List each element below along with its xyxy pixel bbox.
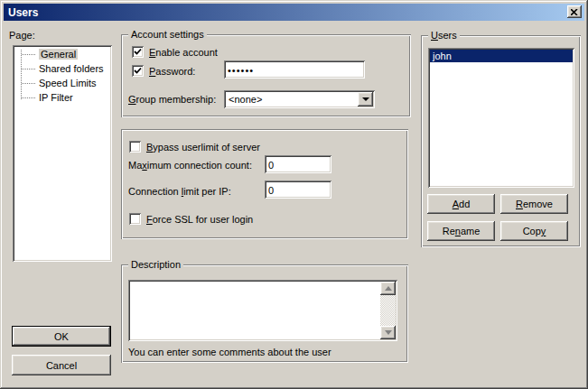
user-name: john	[433, 51, 452, 61]
copy-button[interactable]: Copy	[500, 221, 568, 241]
tree-item-shared-folders[interactable]: Shared folders	[14, 61, 110, 76]
connection-per-ip-label: Connection limit per IP:	[128, 186, 231, 197]
password-label: Password:	[149, 66, 195, 77]
page-label: Page:	[9, 30, 35, 41]
max-connection-label: Maximum connection count:	[128, 160, 252, 171]
tree-item-label: Shared folders	[39, 63, 104, 74]
close-icon	[571, 9, 578, 15]
bypass-userlimit-checkbox[interactable]	[129, 141, 141, 153]
add-button[interactable]: Add	[427, 194, 495, 214]
description-hint: You can enter some comments about the us…	[128, 347, 331, 357]
description-title: Description	[128, 259, 183, 270]
add-button-label: Add	[453, 199, 471, 209]
group-membership-label: Group membership:	[128, 94, 216, 105]
password-checkbox[interactable]	[132, 65, 144, 77]
copy-button-label: Copy	[523, 226, 546, 236]
remove-button[interactable]: Remove	[500, 194, 568, 214]
users-group-title: Users	[428, 30, 460, 41]
chevron-down-icon	[362, 97, 369, 101]
enable-account-checkbox[interactable]	[132, 46, 144, 58]
password-input[interactable]	[224, 60, 365, 79]
tree-item-label: Speed Limits	[39, 78, 97, 88]
connection-per-ip-input[interactable]	[265, 181, 331, 199]
group-membership-value: <none>	[229, 94, 262, 105]
tree-item-label: IP Filter	[39, 92, 73, 103]
cancel-button-label: Cancel	[46, 360, 77, 371]
group-membership-select[interactable]: <none>	[224, 90, 375, 108]
scroll-up-button[interactable]	[380, 282, 396, 295]
scroll-down-button[interactable]	[380, 326, 396, 339]
description-textarea[interactable]	[128, 280, 397, 341]
force-ssl-label: Force SSL for user login	[146, 214, 253, 225]
users-dialog: Users Page: General Shared folders Speed…	[0, 0, 588, 389]
page-tree: General Shared folders Speed Limits IP F…	[13, 45, 112, 262]
page-tree-list: General Shared folders Speed Limits IP F…	[14, 47, 110, 260]
user-list-item[interactable]: john	[430, 50, 573, 62]
enable-account-label: Enable account	[149, 47, 218, 58]
tree-item-label: General	[39, 49, 78, 60]
tree-item-ip-filter[interactable]: IP Filter	[14, 90, 110, 105]
cancel-button[interactable]: Cancel	[12, 355, 111, 375]
description-text[interactable]	[130, 282, 380, 339]
checkmark-icon	[134, 67, 142, 75]
users-listbox[interactable]: john	[428, 48, 574, 188]
checkmark-icon	[134, 48, 142, 56]
bypass-userlimit-label: Bypass userlimit of server	[146, 142, 260, 153]
window-title: Users	[4, 6, 38, 19]
remove-button-label: Remove	[516, 199, 553, 209]
rename-button[interactable]: Rename	[427, 221, 495, 241]
rename-button-label: Rename	[443, 226, 481, 236]
ok-button[interactable]: OK	[12, 326, 111, 347]
close-button[interactable]	[567, 5, 582, 18]
arrow-up-icon	[385, 286, 392, 291]
dropdown-button[interactable]	[358, 92, 373, 107]
force-ssl-checkbox[interactable]	[129, 213, 141, 225]
tree-item-speed-limits[interactable]: Speed Limits	[14, 76, 110, 90]
account-settings-title: Account settings	[128, 29, 207, 40]
titlebar[interactable]: Users	[4, 4, 584, 21]
tree-item-general[interactable]: General	[14, 47, 110, 61]
max-connection-input[interactable]	[265, 155, 331, 173]
ok-button-label: OK	[54, 331, 69, 342]
arrow-down-icon	[385, 330, 392, 335]
description-scrollbar[interactable]	[380, 282, 396, 339]
